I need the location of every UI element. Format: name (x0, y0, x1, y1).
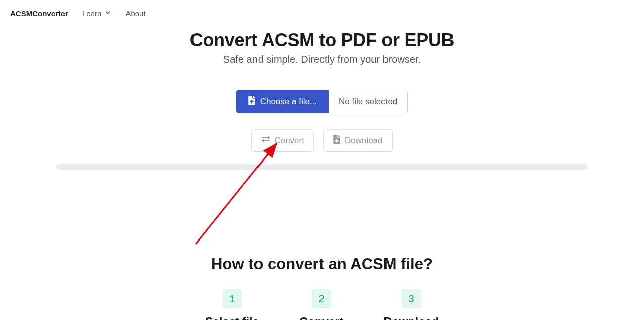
file-select-row: Choose a file... No file selected (0, 90, 644, 113)
file-upload-icon (248, 96, 256, 107)
choose-file-button[interactable]: Choose a file... (236, 90, 329, 113)
exchange-icon (261, 135, 270, 146)
howto-section: How to convert an ACSM file? 1 Select fi… (0, 255, 644, 320)
progress-bar (56, 164, 588, 170)
step-label: Convert (299, 315, 343, 320)
choose-file-label: Choose a file... (260, 97, 317, 107)
download-label: Download (345, 136, 383, 146)
action-row: Convert Download (0, 129, 644, 152)
brand-logo[interactable]: ACSMConverter (10, 9, 68, 18)
step-item: 1 Select file (205, 289, 259, 320)
howto-title: How to convert an ACSM file? (0, 255, 644, 273)
page-subtitle: Safe and simple. Directly from your brow… (0, 54, 644, 65)
annotation-arrow-icon (191, 136, 287, 252)
step-item: 2 Convert (299, 289, 343, 320)
step-label: Select file (205, 315, 259, 320)
steps-row: 1 Select file 2 Convert 3 Download (205, 289, 439, 320)
hero-section: Convert ACSM to PDF or EPUB Safe and sim… (0, 30, 644, 65)
chevron-down-icon (104, 9, 111, 18)
file-download-icon (333, 135, 341, 146)
step-number: 3 (402, 289, 421, 308)
convert-label: Convert (274, 136, 304, 146)
step-item: 3 Download (383, 289, 439, 320)
download-button[interactable]: Download (323, 129, 393, 152)
nav-learn-label: Learn (82, 9, 101, 18)
navbar: ACSMConverter Learn About (0, 0, 644, 27)
nav-learn[interactable]: Learn (82, 9, 111, 18)
convert-button[interactable]: Convert (251, 129, 314, 152)
step-number: 1 (223, 289, 242, 308)
step-label: Download (383, 315, 439, 320)
file-status-label: No file selected (329, 90, 408, 113)
svg-line-1 (196, 144, 276, 244)
page-title: Convert ACSM to PDF or EPUB (0, 30, 644, 51)
nav-about[interactable]: About (125, 9, 145, 18)
step-number: 2 (312, 289, 331, 308)
